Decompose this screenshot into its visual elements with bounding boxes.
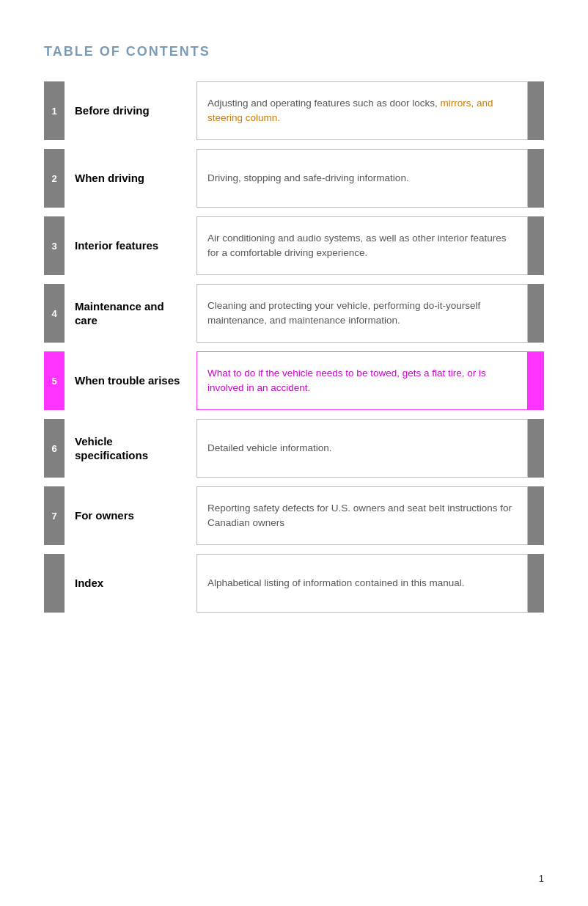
toc-entry-for-owners[interactable]: 7For ownersReporting safety defects for … <box>44 486 544 545</box>
entry-tab-index <box>528 554 544 613</box>
entry-number-when-trouble-arises: 5 <box>44 351 65 410</box>
entry-desc-text-before-driving: Adjusting and operating features such as… <box>207 96 517 126</box>
entry-number-vehicle-specifications: 6 <box>44 419 65 478</box>
entry-number-interior-features: 3 <box>44 216 65 275</box>
entry-desc-text-maintenance-and-care: Cleaning and protecting your vehicle, pe… <box>207 299 517 329</box>
toc-entry-before-driving[interactable]: 1Before drivingAdjusting and operating f… <box>44 81 544 140</box>
entry-title-text-index: Index <box>75 576 103 591</box>
entry-desc-col-interior-features: Air conditioning and audio systems, as w… <box>196 216 528 275</box>
entry-tab-before-driving <box>528 81 544 140</box>
entry-desc-col-before-driving: Adjusting and operating features such as… <box>196 81 528 140</box>
toc-entry-vehicle-specifications[interactable]: 6Vehicle specificationsDetailed vehicle … <box>44 419 544 478</box>
toc-entries-list: 1Before drivingAdjusting and operating f… <box>44 81 544 613</box>
page-number: 1 <box>539 873 544 884</box>
entry-desc-text-interior-features: Air conditioning and audio systems, as w… <box>207 231 517 261</box>
entry-title-text-vehicle-specifications: Vehicle specifications <box>75 434 186 463</box>
toc-entry-maintenance-and-care[interactable]: 4Maintenance and careCleaning and protec… <box>44 284 544 343</box>
entry-desc-text-when-driving: Driving, stopping and safe-driving infor… <box>207 171 409 186</box>
entry-number-maintenance-and-care: 4 <box>44 284 65 343</box>
entry-number-index <box>44 554 65 613</box>
entry-title-text-before-driving: Before driving <box>75 103 150 118</box>
entry-desc-col-index: Alphabetical listing of information cont… <box>196 554 528 613</box>
entry-desc-col-for-owners: Reporting safety defects for U.S. owners… <box>196 486 528 545</box>
entry-desc-text-index: Alphabetical listing of information cont… <box>207 576 464 591</box>
entry-title-col-maintenance-and-care: Maintenance and care <box>65 284 196 343</box>
entry-title-col-index: Index <box>65 554 196 613</box>
entry-title-col-when-driving: When driving <box>65 149 196 208</box>
page-container: TABLE OF CONTENTS 1Before drivingAdjusti… <box>0 0 588 657</box>
entry-number-for-owners: 7 <box>44 486 65 545</box>
entry-number-when-driving: 2 <box>44 149 65 208</box>
toc-entry-when-trouble-arises[interactable]: 5When trouble arisesWhat to do if the ve… <box>44 351 544 410</box>
entry-tab-when-trouble-arises <box>528 351 544 410</box>
entry-title-col-vehicle-specifications: Vehicle specifications <box>65 419 196 478</box>
entry-title-text-when-driving: When driving <box>75 171 144 186</box>
entry-tab-interior-features <box>528 216 544 275</box>
toc-entry-interior-features[interactable]: 3Interior featuresAir conditioning and a… <box>44 216 544 275</box>
entry-title-col-for-owners: For owners <box>65 486 196 545</box>
toc-entry-when-driving[interactable]: 2When drivingDriving, stopping and safe-… <box>44 149 544 208</box>
toc-entry-index[interactable]: IndexAlphabetical listing of information… <box>44 554 544 613</box>
toc-title: TABLE OF CONTENTS <box>44 44 544 59</box>
entry-title-col-when-trouble-arises: When trouble arises <box>65 351 196 410</box>
entry-desc-col-when-driving: Driving, stopping and safe-driving infor… <box>196 149 528 208</box>
entry-title-text-when-trouble-arises: When trouble arises <box>75 373 180 388</box>
entry-title-text-for-owners: For owners <box>75 508 134 523</box>
entry-number-before-driving: 1 <box>44 81 65 140</box>
entry-desc-col-when-trouble-arises: What to do if the vehicle needs to be to… <box>196 351 528 410</box>
entry-desc-text-for-owners: Reporting safety defects for U.S. owners… <box>207 501 517 531</box>
entry-tab-when-driving <box>528 149 544 208</box>
entry-desc-col-vehicle-specifications: Detailed vehicle information. <box>196 419 528 478</box>
entry-tab-vehicle-specifications <box>528 419 544 478</box>
entry-desc-col-maintenance-and-care: Cleaning and protecting your vehicle, pe… <box>196 284 528 343</box>
entry-title-col-before-driving: Before driving <box>65 81 196 140</box>
entry-tab-maintenance-and-care <box>528 284 544 343</box>
entry-desc-text-vehicle-specifications: Detailed vehicle information. <box>207 441 332 456</box>
entry-title-col-interior-features: Interior features <box>65 216 196 275</box>
entry-tab-for-owners <box>528 486 544 545</box>
entry-title-text-interior-features: Interior features <box>75 238 158 253</box>
entry-title-text-maintenance-and-care: Maintenance and care <box>75 299 186 328</box>
entry-desc-text-when-trouble-arises: What to do if the vehicle needs to be to… <box>207 366 517 396</box>
